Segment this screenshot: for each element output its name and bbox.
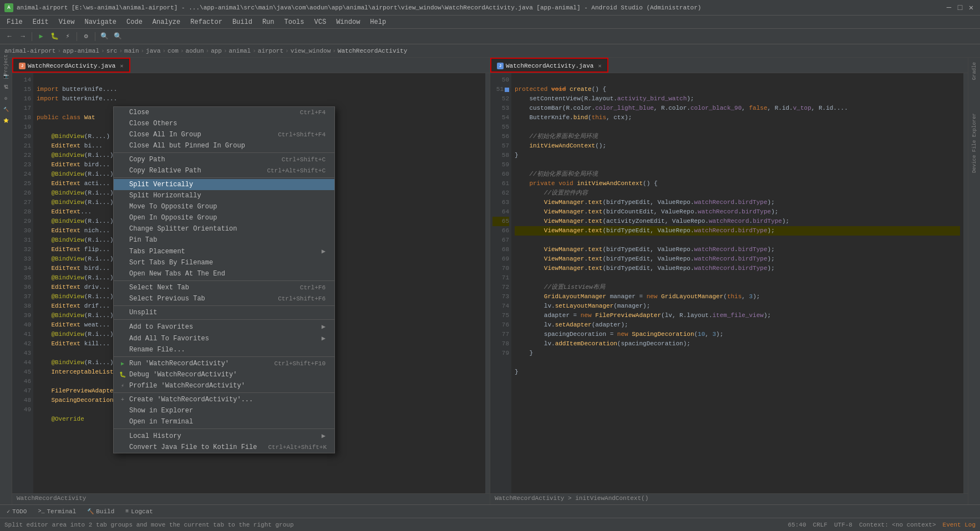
search-button[interactable]: 🔍 [98,30,110,43]
menu-window[interactable]: Window [332,17,364,27]
status-position[interactable]: 65:40 [788,522,806,528]
menu-view[interactable]: View [54,17,79,27]
left-tab-close[interactable]: ✕ [120,63,123,69]
right-tab-close[interactable]: ✕ [598,63,601,69]
bt-logcat[interactable]: ≡ Logcat [121,507,158,516]
bc-src[interactable]: src [106,48,118,54]
bc-project[interactable]: animal-airport [4,48,55,54]
cm-divider3 [114,280,334,281]
build-icon[interactable]: 🔨 [1,104,11,114]
gradle-label[interactable]: Gradle [972,62,977,80]
bc-aodun[interactable]: aodun [186,48,204,54]
left-tab-watchrecord[interactable]: J WatchRecordActivity.java ✕ [12,58,130,73]
status-encoding[interactable]: UTF-8 [834,522,852,528]
cm-show-explorer[interactable]: Show in Explorer [114,405,334,416]
cm-debug[interactable]: 🐛 Debug 'WatchRecordActivity' [114,369,334,380]
cm-split-horizontally[interactable]: Split Horizontally [114,190,334,201]
terminal-icon: >_ [38,508,44,514]
close-button[interactable]: ✕ [967,3,976,12]
cm-close-others[interactable]: Close Others [114,118,334,129]
cm-close-pinned[interactable]: Close All but Pinned In Group [114,140,334,151]
window-controls: ─ □ ✕ [945,3,976,12]
device-file-explorer-label[interactable]: Device File Explorer [972,113,977,173]
maximize-button[interactable]: □ [956,3,964,12]
menu-tools[interactable]: Tools [280,17,309,27]
search2-button[interactable]: 🔍 [111,30,124,43]
cm-close-all[interactable]: Close All In Group Ctrl+Shift+F4 [114,129,334,140]
minimize-button[interactable]: ─ [945,3,953,12]
cm-select-prev-tab[interactable]: Select Previous Tab Ctrl+Shift+F6 [114,293,334,304]
menu-analyze[interactable]: Analyze [148,17,185,27]
bc-main[interactable]: main [124,48,139,54]
bc-view-window[interactable]: view_window [291,48,331,54]
cm-convert-kotlin[interactable]: Convert Java File to Kotlin File Ctrl+Al… [114,442,334,453]
menu-edit[interactable]: Edit [28,17,53,27]
cm-unsplit[interactable]: Unsplit [114,307,334,318]
profile-button[interactable]: ⚡ [62,30,74,43]
menu-build[interactable]: Build [228,17,257,27]
left-line-numbers: 1415161718 1920212223 2425262728 2930313… [12,73,33,493]
cm-copy-rel-path[interactable]: Copy Relative Path Ctrl+Alt+Shift+C [114,165,334,176]
run-button[interactable]: ▶ [35,30,47,43]
bt-terminal[interactable]: >_ Terminal [33,507,80,516]
right-tab-watchrecord[interactable]: J WatchRecordActivity.java ✕ [490,58,608,73]
bc-activity[interactable]: WatchRecordActivity [338,48,407,54]
right-tab-bar: J WatchRecordActivity.java ✕ [490,58,968,73]
menu-file[interactable]: File [2,17,27,27]
right-scroll-v[interactable] [963,73,968,493]
cm-profile[interactable]: ⚡ Profile 'WatchRecordActivity' [114,380,334,391]
cm-run[interactable]: ▶ Run 'WatchRecordActivity' Ctrl+Shift+F… [114,358,334,369]
menu-refactor[interactable]: Refactor [186,17,227,27]
cm-profile-icon: ⚡ [118,382,127,389]
bottom-toolbar: ✓ TODO >_ Terminal 🔨 Build ≡ Logcat [0,504,980,518]
cm-add-all-favorites[interactable]: Add All To Favorites ▶ [114,333,334,344]
bc-com[interactable]: com [167,48,179,54]
logcat-icon: ≡ [125,508,129,514]
event-log[interactable]: Event Log [943,522,976,528]
bc-animal[interactable]: animal [229,48,251,54]
menu-navigate[interactable]: Navigate [80,17,121,27]
left-tab-label: WatchRecordActivity.java [28,63,115,69]
structure-icon[interactable]: 🏗 [1,82,11,92]
cm-close[interactable]: Close Ctrl+F4 [114,107,334,118]
settings-button[interactable]: ⚙ [80,30,92,43]
bc-module[interactable]: app-animal [63,48,99,54]
cm-change-splitter[interactable]: Change Splitter Orientation [114,223,334,234]
cm-sort-tabs[interactable]: Sort Tabs By Filename [114,257,334,268]
main-area: Project 📷 🏗 ⚙ 🔨 ⭐ J WatchRecordActivity.… [0,58,980,504]
project-icon[interactable]: Project [1,60,11,70]
cm-create[interactable]: + Create 'WatchRecordActivity'... [114,394,334,405]
menu-vcs[interactable]: VCS [310,17,331,27]
back-button[interactable]: ← [3,30,16,43]
menu-run[interactable]: Run [258,17,279,27]
cm-select-next-tab[interactable]: Select Next Tab Ctrl+F6 [114,282,334,293]
cm-split-vertically[interactable]: Split Vertically [114,179,334,190]
variants-icon[interactable]: ⚙ [1,93,11,103]
right-editor-pane: J WatchRecordActivity.java ✕ 50 51 52535… [490,58,968,504]
forward-button[interactable]: → [17,30,29,43]
cm-tabs-placement[interactable]: Tabs Placement ▶ [114,246,334,257]
left-scroll-v[interactable] [485,73,490,493]
menu-help[interactable]: Help [365,17,390,27]
cm-move-opposite[interactable]: Move To Opposite Group [114,201,334,212]
cm-open-terminal[interactable]: Open in Terminal [114,416,334,427]
cm-rename[interactable]: Rename File... [114,344,334,355]
debug-button[interactable]: 🐛 [48,30,60,43]
bc-app[interactable]: app [211,48,222,54]
cm-divider4 [114,305,334,306]
menu-code[interactable]: Code [122,17,147,27]
cm-open-new-tabs[interactable]: Open New Tabs At The End [114,268,334,279]
cm-open-opposite[interactable]: Open In Opposite Group [114,212,334,223]
bt-todo[interactable]: ✓ TODO [2,507,31,516]
cm-pin-tab[interactable]: Pin Tab [114,234,334,246]
toolbar-separator [32,32,32,41]
cm-copy-path[interactable]: Copy Path Ctrl+Shift+C [114,154,334,165]
bt-build[interactable]: 🔨 Build [83,507,119,516]
status-crlf[interactable]: CRLF [813,522,827,528]
cm-local-history[interactable]: Local History ▶ [114,430,334,442]
bc-java[interactable]: java [146,48,160,54]
cm-add-favorites[interactable]: Add to Favorites ▶ [114,321,334,333]
bc-airport[interactable]: airport [258,48,283,54]
favorites-icon[interactable]: ⭐ [1,115,11,125]
status-message: Split editor area into 2 tab groups and … [4,522,784,528]
